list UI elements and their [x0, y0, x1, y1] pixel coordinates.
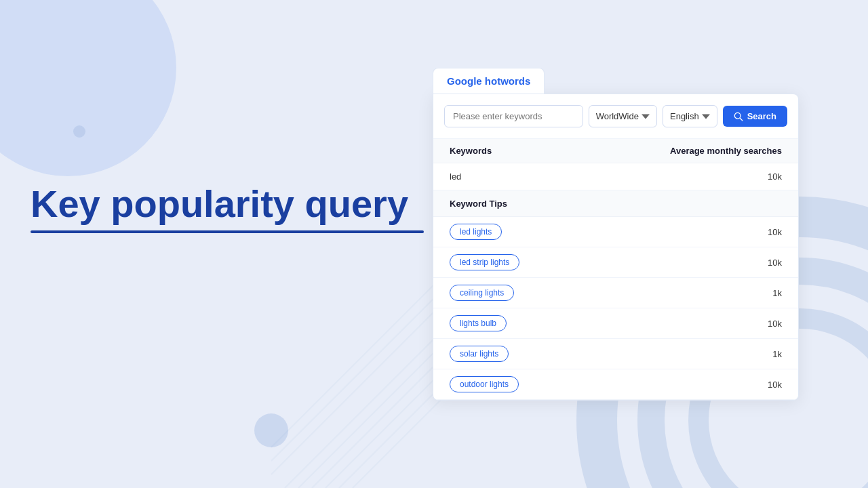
keyword-tag[interactable]: lights bulb: [450, 315, 507, 331]
main-keyword-row: led 10k: [433, 163, 798, 190]
keyword-row: led lights 10k: [433, 217, 798, 247]
svg-line-13: [740, 118, 743, 121]
region-dropdown[interactable]: WorldWide: [589, 105, 657, 127]
keyword-count: 10k: [768, 380, 782, 390]
search-button[interactable]: Search: [723, 106, 787, 127]
search-icon: [734, 112, 743, 121]
hero-title: Key popularity query: [31, 183, 410, 225]
keyword-tag[interactable]: solar lights: [450, 346, 509, 362]
language-dropdown[interactable]: English: [663, 105, 717, 127]
region-label: WorldWide: [596, 111, 639, 121]
hero-section: Key popularity query: [31, 183, 424, 233]
keyword-tag[interactable]: ceiling lights: [450, 285, 514, 301]
keyword-tag[interactable]: led lights: [450, 224, 502, 240]
hero-underline: [31, 230, 424, 233]
search-input[interactable]: [444, 105, 583, 127]
keyword-count: 10k: [768, 258, 782, 268]
keyword-count: 10k: [768, 319, 782, 329]
main-card: WorldWide English Search Keywords Averag…: [433, 94, 799, 401]
keyword-count: 10k: [768, 227, 782, 237]
main-keyword-count: 10k: [768, 171, 782, 182]
chevron-down-icon: [702, 113, 710, 121]
search-button-label: Search: [747, 111, 776, 121]
tips-header-label: Keyword Tips: [450, 199, 507, 209]
card-tab: Google hotwords: [433, 68, 545, 94]
keyword-count: 1k: [772, 349, 782, 359]
keyword-tag[interactable]: outdoor lights: [450, 376, 519, 392]
keyword-row: led strip lights 10k: [433, 247, 798, 278]
keyword-tag[interactable]: led strip lights: [450, 254, 519, 270]
chevron-down-icon: [642, 113, 650, 121]
keyword-row: outdoor lights 10k: [433, 369, 798, 400]
main-card-wrapper: Google hotwords WorldWide English Search: [433, 68, 799, 401]
keyword-row: ceiling lights 1k: [433, 278, 798, 308]
bg-decoration-circle-sm: [73, 125, 85, 138]
tips-section-header: Keyword Tips: [433, 190, 798, 217]
keyword-row: solar lights 1k: [433, 339, 798, 369]
main-keyword: led: [450, 171, 461, 182]
keyword-count: 1k: [772, 288, 782, 298]
keyword-row: lights bulb 10k: [433, 308, 798, 339]
col-keywords-header: Keywords: [450, 146, 492, 156]
bg-decoration-circle-tl: [0, 0, 176, 176]
language-label: English: [670, 111, 699, 121]
table-header: Keywords Average monthly searches: [433, 139, 798, 163]
col-avg-header: Average monthly searches: [670, 146, 782, 156]
search-bar: WorldWide English Search: [433, 94, 798, 139]
keyword-rows-container: led lights 10k led strip lights 10k ceil…: [433, 217, 798, 400]
